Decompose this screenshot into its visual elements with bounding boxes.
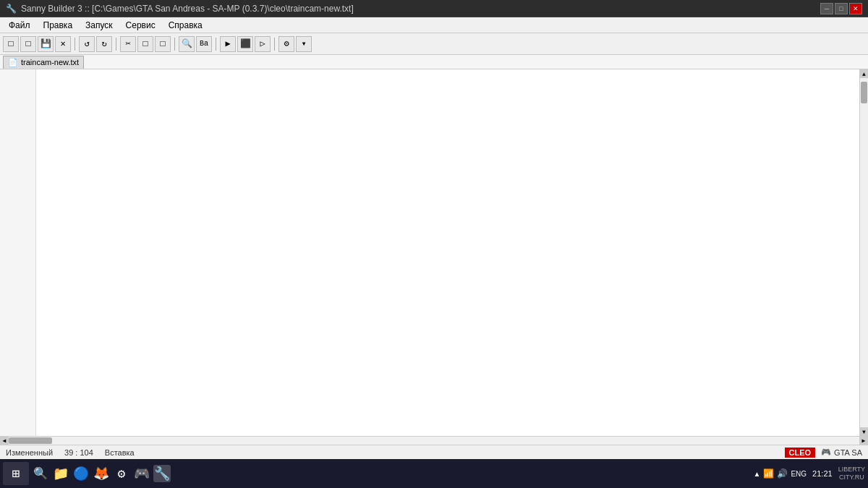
compile-button[interactable]: ▶ [220,36,236,52]
taskbar-steam[interactable]: ⚙ [113,465,130,482]
tray-up-arrow[interactable]: ▲ [754,470,761,478]
paste-button[interactable]: □ [155,36,171,52]
status-bar: Измененный 39 : 104 Вставка CLEO 🎮 GTA S… [0,445,868,459]
menu-help[interactable]: Справка [163,19,208,32]
separator-2 [116,38,116,51]
horizontal-scrollbar[interactable]: ◀ ▶ [0,436,868,445]
title-bar: 🔧 Sanny Builder 3 :: [C:\Games\GTA San A… [0,0,868,17]
settings-button[interactable]: ⚙ [278,36,294,52]
app-icon: 🔧 [6,4,17,14]
separator-1 [75,38,75,51]
vertical-scrollbar[interactable]: ▲ ▼ [859,69,868,436]
file-tab-icon: 📄 [8,58,18,67]
cleo-badge: CLEO [785,448,816,458]
file-tab[interactable]: 📄 traincam-new.txt [3,56,84,69]
separator-4 [216,38,216,51]
taskbar-browser1[interactable]: 🔵 [72,465,90,482]
menu-bar: Файл Правка Запуск Сервис Справка [0,17,868,33]
taskbar-firefox[interactable]: 🦊 [93,465,110,482]
scroll-down[interactable]: ▼ [860,427,868,436]
editor-container: ▲ ▼ [0,69,868,436]
settings-dropdown[interactable]: ▾ [296,36,312,52]
menu-file[interactable]: Файл [3,19,36,32]
separator-3 [174,38,175,51]
status-right: CLEO 🎮 GTA SA [785,448,862,458]
replace-button[interactable]: Ba [196,36,212,52]
taskbar-files[interactable]: 📁 [52,465,69,482]
separator-5 [274,38,275,51]
modified-status: Измененный [6,448,53,457]
scroll-thumb[interactable] [861,82,867,103]
undo-button[interactable]: ↺ [79,36,95,52]
liberty-city-logo: LIBERTYCITY.RU [838,466,865,481]
scroll-up[interactable]: ▲ [860,69,868,78]
h-scroll-track[interactable] [9,437,859,445]
close-button[interactable]: ✕ [849,3,862,14]
scroll-left[interactable]: ◀ [0,437,9,445]
maximize-button[interactable]: □ [835,3,848,14]
h-scroll-thumb[interactable] [9,437,52,444]
taskbar: ⊞ 🔍 📁 🔵 🦊 ⚙ 🎮 🔧 ▲ 📶 🔊 ENG 21:21 LIBERTYC… [0,459,868,488]
copy-button[interactable]: □ [137,36,153,52]
cursor-position: 39 : 104 [64,448,93,457]
file-tab-name: traincam-new.txt [21,58,79,67]
start-icon: ⊞ [12,466,20,481]
line-numbers [0,69,36,436]
scroll-track[interactable] [860,78,868,427]
gta-label: GTA SA [834,448,862,457]
toolbar: □ □ 💾 ✕ ↺ ↻ ✂ □ □ 🔍 Ba ▶ ⬛ ▷ ⚙ ▾ [0,33,868,55]
taskbar-right: ▲ 📶 🔊 ENG 21:21 LIBERTYCITY.RU [754,466,865,481]
open-button[interactable]: □ [20,36,36,52]
new-button[interactable]: □ [3,36,19,52]
decompile-button[interactable]: ⬛ [237,36,253,52]
save-button[interactable]: 💾 [38,36,54,52]
code-area [0,69,859,436]
menu-tools[interactable]: Сервис [120,19,161,32]
tray-sound: 🔊 [777,468,788,479]
scroll-right[interactable]: ▶ [859,437,868,445]
menu-edit[interactable]: Правка [38,19,79,32]
close-file-button[interactable]: ✕ [55,36,71,52]
taskbar-gta[interactable]: 🎮 [133,465,150,482]
start-button[interactable]: ⊞ [3,462,29,485]
tray-lang: ENG [791,470,807,478]
window-title: Sanny Builder 3 :: [C:\Games\GTA San And… [21,4,354,14]
run-button[interactable]: ▷ [255,36,271,52]
cut-button[interactable]: ✂ [120,36,136,52]
search-button[interactable]: 🔍 [179,36,195,52]
redo-button[interactable]: ↻ [96,36,112,52]
time: 21:21 [812,468,833,479]
file-tab-bar: 📄 traincam-new.txt [0,55,868,69]
taskbar-search[interactable]: 🔍 [32,465,49,482]
clock: 21:21 [812,468,833,479]
taskbar-sanny[interactable]: 🔧 [153,465,171,482]
gta-icon: 🎮 [821,448,831,457]
system-tray: ▲ 📶 🔊 ENG [754,468,807,479]
menu-run[interactable]: Запуск [80,19,119,32]
minimize-button[interactable]: ─ [820,3,833,14]
code-content[interactable] [36,69,859,436]
edit-mode: Вставка [105,448,135,457]
tray-network: 📶 [763,468,774,479]
gta-badge: 🎮 GTA SA [821,448,862,457]
window-controls[interactable]: ─ □ ✕ [820,3,862,14]
